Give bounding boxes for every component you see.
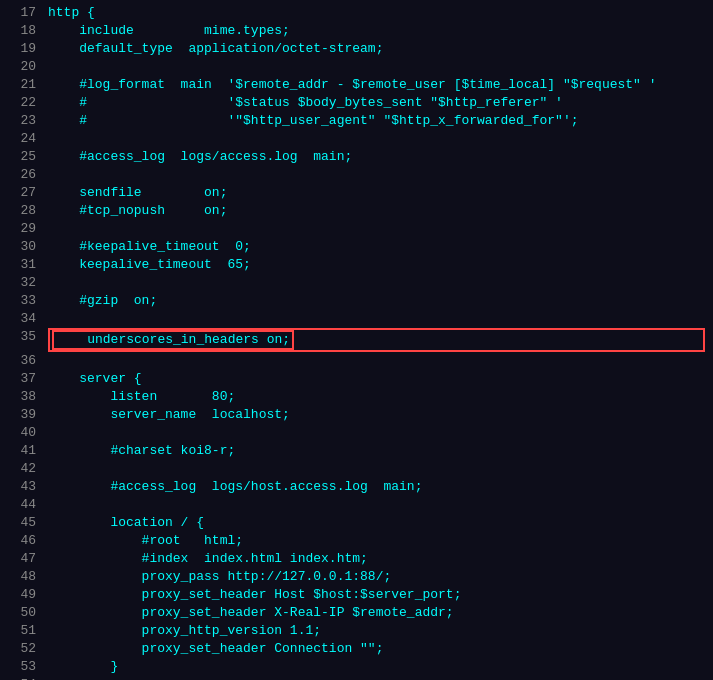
code-line: 43 #access_log logs/host.access.log main…	[0, 478, 713, 496]
code-line: 31 keepalive_timeout 65;	[0, 256, 713, 274]
line-content: proxy_set_header Host $host:$server_port…	[48, 586, 705, 604]
code-line: 52 proxy_set_header Connection "";	[0, 640, 713, 658]
code-line: 36	[0, 352, 713, 370]
code-viewer: 17http {18 include mime.types;19 default…	[0, 0, 713, 680]
code-line: 22 # '$status $body_bytes_sent "$http_re…	[0, 94, 713, 112]
line-content: #index index.html index.htm;	[48, 550, 705, 568]
line-number: 27	[8, 184, 36, 202]
line-number: 29	[8, 220, 36, 238]
line-number: 32	[8, 274, 36, 292]
line-content: #root html;	[48, 532, 705, 550]
code-line: 27 sendfile on;	[0, 184, 713, 202]
line-number: 36	[8, 352, 36, 370]
code-line: 33 #gzip on;	[0, 292, 713, 310]
line-number: 18	[8, 22, 36, 40]
line-number: 44	[8, 496, 36, 514]
code-line: 28 #tcp_nopush on;	[0, 202, 713, 220]
code-line: 23 # '"$http_user_agent" "$http_x_forwar…	[0, 112, 713, 130]
line-content: proxy_pass http://127.0.0.1:88/;	[48, 568, 705, 586]
line-content: proxy_set_header Connection "";	[48, 640, 705, 658]
line-number: 42	[8, 460, 36, 478]
line-number: 33	[8, 292, 36, 310]
line-number: 41	[8, 442, 36, 460]
code-line: 46 #root html;	[0, 532, 713, 550]
line-number: 21	[8, 76, 36, 94]
line-number: 34	[8, 310, 36, 328]
line-number: 30	[8, 238, 36, 256]
code-line: 19 default_type application/octet-stream…	[0, 40, 713, 58]
code-line: 49 proxy_set_header Host $host:$server_p…	[0, 586, 713, 604]
line-number: 20	[8, 58, 36, 76]
code-line: 20	[0, 58, 713, 76]
line-content: proxy_set_header X-Real-IP $remote_addr;	[48, 604, 705, 622]
code-line: 41 #charset koi8-r;	[0, 442, 713, 460]
line-number: 43	[8, 478, 36, 496]
line-content: #gzip on;	[48, 292, 705, 310]
code-line: 47 #index index.html index.htm;	[0, 550, 713, 568]
line-content: #access_log logs/access.log main;	[48, 148, 705, 166]
line-content: include mime.types;	[48, 22, 705, 40]
code-line: 21 #log_format main '$remote_addr - $rem…	[0, 76, 713, 94]
line-number: 23	[8, 112, 36, 130]
code-line: 48 proxy_pass http://127.0.0.1:88/;	[0, 568, 713, 586]
line-number: 47	[8, 550, 36, 568]
code-line: 50 proxy_set_header X-Real-IP $remote_ad…	[0, 604, 713, 622]
line-content: #charset koi8-r;	[48, 442, 705, 460]
code-line: 30 #keepalive_timeout 0;	[0, 238, 713, 256]
line-content: listen 80;	[48, 388, 705, 406]
line-number: 46	[8, 532, 36, 550]
line-number: 22	[8, 94, 36, 112]
line-content: keepalive_timeout 65;	[48, 256, 705, 274]
line-number: 37	[8, 370, 36, 388]
line-content: #tcp_nopush on;	[48, 202, 705, 220]
code-line: 45 location / {	[0, 514, 713, 532]
line-number: 53	[8, 658, 36, 676]
line-content: #access_log logs/host.access.log main;	[48, 478, 705, 496]
code-line: 17http {	[0, 4, 713, 22]
line-content: underscores_in_headers on;	[48, 328, 705, 352]
line-content: location / {	[48, 514, 705, 532]
code-line: 42	[0, 460, 713, 478]
line-content: proxy_http_version 1.1;	[48, 622, 705, 640]
code-line: 51 proxy_http_version 1.1;	[0, 622, 713, 640]
line-number: 50	[8, 604, 36, 622]
line-number: 26	[8, 166, 36, 184]
line-number: 25	[8, 148, 36, 166]
line-content: # '"$http_user_agent" "$http_x_forwarded…	[48, 112, 705, 130]
code-line: 35 underscores_in_headers on;	[0, 328, 713, 352]
code-line: 44	[0, 496, 713, 514]
line-number: 38	[8, 388, 36, 406]
code-line: 34	[0, 310, 713, 328]
line-number: 28	[8, 202, 36, 220]
line-number: 24	[8, 130, 36, 148]
line-number: 45	[8, 514, 36, 532]
line-number: 35	[8, 328, 36, 346]
line-content: }	[48, 658, 705, 676]
line-number: 51	[8, 622, 36, 640]
line-number: 52	[8, 640, 36, 658]
code-line: 32	[0, 274, 713, 292]
code-line: 29	[0, 220, 713, 238]
code-line: 38 listen 80;	[0, 388, 713, 406]
code-line: 54	[0, 676, 713, 680]
line-content: http {	[48, 4, 705, 22]
line-number: 49	[8, 586, 36, 604]
line-content: #log_format main '$remote_addr - $remote…	[48, 76, 705, 94]
code-line: 24	[0, 130, 713, 148]
code-line: 26	[0, 166, 713, 184]
code-line: 37 server {	[0, 370, 713, 388]
line-number: 40	[8, 424, 36, 442]
code-line: 25 #access_log logs/access.log main;	[0, 148, 713, 166]
line-number: 48	[8, 568, 36, 586]
code-line: 53 }	[0, 658, 713, 676]
line-number: 19	[8, 40, 36, 58]
line-content: server {	[48, 370, 705, 388]
line-content: server_name localhost;	[48, 406, 705, 424]
code-line: 39 server_name localhost;	[0, 406, 713, 424]
line-content: sendfile on;	[48, 184, 705, 202]
code-line: 18 include mime.types;	[0, 22, 713, 40]
line-number: 39	[8, 406, 36, 424]
line-content: # '$status $body_bytes_sent "$http_refer…	[48, 94, 705, 112]
line-number: 17	[8, 4, 36, 22]
code-line: 40	[0, 424, 713, 442]
